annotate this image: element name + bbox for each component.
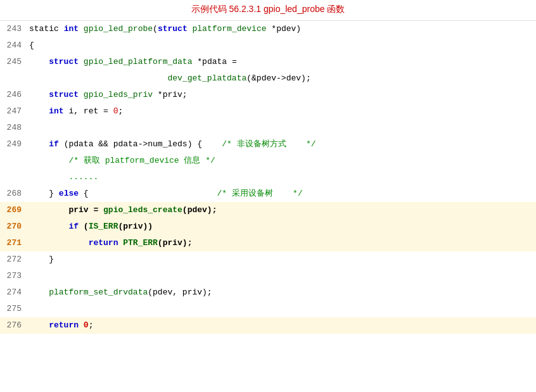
code-content: if (pdata && pdata->num_leds) { /* 非设备树方… (27, 136, 536, 153)
code-line: 276 return 0; (0, 317, 536, 334)
code-content: return 0; (27, 317, 536, 334)
code-line: 268 } else { /* 采用设备树 */ (0, 186, 536, 202)
code-line: 247 int i, ret = 0; (0, 103, 536, 120)
code-content: platform_set_drvdata(pdev, priv); (27, 284, 536, 301)
code-line: 243static int gpio_led_probe(struct plat… (0, 21, 536, 37)
code-line: 244{ (0, 37, 536, 54)
code-line: 245 struct gpio_led_platform_data *pdata… (0, 54, 536, 70)
code-line: 274 platform_set_drvdata(pdev, priv); (0, 284, 536, 301)
code-line: 246 struct gpio_leds_priv *priv; (0, 87, 536, 103)
code-line: 269 priv = gpio_leds_create(pdev); (0, 202, 536, 218)
code-line: /* 获取 platform_device 信息 */ (0, 153, 536, 169)
title-text: 示例代码 56.2.3.1 gpio_led_probe 函数 (191, 4, 345, 14)
code-line: 248 (0, 120, 536, 136)
code-content: } (27, 251, 536, 268)
code-line: 270 if (IS_ERR(priv)) (0, 218, 536, 235)
code-content: /* 获取 platform_device 信息 */ (27, 153, 536, 169)
code-content: return PTR_ERR(priv); (27, 235, 536, 251)
code-content: ...... (27, 169, 536, 186)
code-line: 273 (0, 268, 536, 284)
code-line: 272 } (0, 251, 536, 268)
code-content: int i, ret = 0; (27, 103, 536, 120)
main-container: 示例代码 56.2.3.1 gpio_led_probe 函数 243stati… (0, 0, 536, 392)
title-bar: 示例代码 56.2.3.1 gpio_led_probe 函数 (0, 0, 536, 21)
code-content: static int gpio_led_probe(struct platfor… (27, 21, 536, 37)
code-content: if (IS_ERR(priv)) (27, 218, 536, 235)
code-content: priv = gpio_leds_create(pdev); (27, 202, 536, 218)
code-line-continuation: dev_get_platdata(&pdev->dev); (0, 70, 536, 87)
code-line: ...... (0, 169, 536, 186)
code-line: 249 if (pdata && pdata->num_leds) { /* 非… (0, 136, 536, 153)
code-content: struct gpio_leds_priv *priv; (27, 87, 536, 103)
code-content: { (27, 37, 536, 54)
code-area: 243static int gpio_led_probe(struct plat… (0, 21, 536, 334)
code-line: 275 (0, 301, 536, 317)
code-content: } else { /* 采用设备树 */ (27, 186, 536, 202)
code-line: 271 return PTR_ERR(priv); (0, 235, 536, 251)
